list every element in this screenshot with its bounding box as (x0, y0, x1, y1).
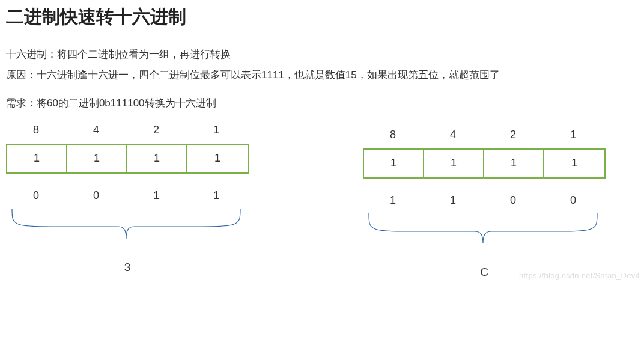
explain-line-1: 十六进制：将四个二进制位看为一组，再进行转换 (6, 45, 638, 64)
bit-cell: 1 (187, 145, 248, 172)
nibble-group-high: 8 4 2 1 1 1 1 1 1 1 0 0 C (363, 124, 606, 279)
bit-cell: 1 (364, 150, 424, 177)
nibble-group-low: 8 4 2 1 1 1 1 1 0 0 1 1 3 (6, 124, 249, 279)
hex-result: 3 (6, 261, 249, 274)
weight-cell: 4 (423, 129, 483, 141)
brace-icon (6, 206, 249, 248)
bit-cell: 1 (544, 150, 604, 177)
bit-cell: 1 (424, 150, 484, 177)
hex-result: C (363, 266, 606, 279)
weight-cell: 2 (483, 129, 543, 141)
weight-cell: 8 (363, 129, 423, 141)
bit-cell: 1 (127, 145, 187, 172)
brace-icon (363, 210, 606, 252)
bit-cell: 1 (7, 145, 67, 172)
weight-cell: 4 (66, 124, 126, 136)
weight-cell: 1 (186, 124, 246, 136)
weight-cell: 2 (126, 124, 186, 136)
actual-bits-row: 1 1 0 0 (363, 194, 606, 207)
actual-bit-cell: 1 (423, 194, 483, 207)
nibble-groups: 8 4 2 1 1 1 1 1 0 0 1 1 3 8 4 2 1 (6, 124, 638, 279)
actual-bits-row: 0 0 1 1 (6, 189, 249, 202)
actual-bit-cell: 1 (363, 194, 423, 207)
requirement-line: 需求：将60的二进制0b111100转换为十六进制 (6, 94, 638, 113)
weight-cell: 8 (6, 124, 66, 136)
bits-row: 1 1 1 1 (6, 144, 249, 174)
bit-cell: 1 (484, 150, 544, 177)
bit-cell: 1 (67, 145, 127, 172)
actual-bit-cell: 1 (126, 189, 186, 202)
actual-bit-cell: 0 (483, 194, 543, 207)
actual-bit-cell: 0 (543, 194, 603, 207)
page-title: 二进制快速转十六进制 (6, 5, 638, 29)
actual-bit-cell: 0 (6, 189, 66, 202)
actual-bit-cell: 0 (66, 189, 126, 202)
weight-cell: 1 (543, 129, 603, 141)
weight-row: 8 4 2 1 (363, 129, 606, 141)
actual-bit-cell: 1 (186, 189, 246, 202)
explain-line-2: 原因：十六进制逢十六进一，四个二进制位最多可以表示1111，也就是数值15，如果… (6, 66, 638, 85)
bits-row: 1 1 1 1 (363, 148, 606, 179)
weight-row: 8 4 2 1 (6, 124, 249, 136)
